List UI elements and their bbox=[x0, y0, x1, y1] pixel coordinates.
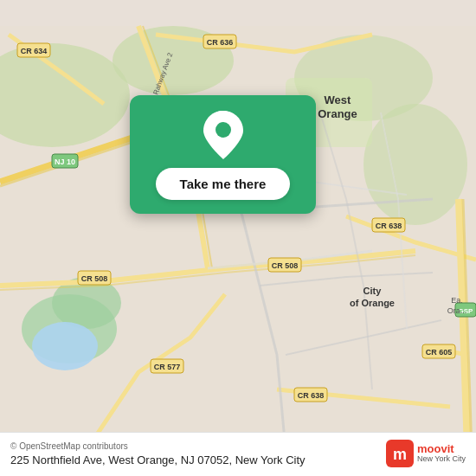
svg-text:NJ 10: NJ 10 bbox=[55, 158, 75, 166]
svg-text:City: City bbox=[363, 286, 383, 296]
osm-credit-text: © OpenStreetMap contributors bbox=[10, 441, 128, 451]
svg-text:of Orange: of Orange bbox=[350, 298, 395, 308]
svg-point-8 bbox=[32, 322, 98, 370]
svg-text:West: West bbox=[325, 93, 351, 106]
moovit-logo-icon: m bbox=[386, 440, 414, 467]
bottom-left: © OpenStreetMap contributors 225 Northfi… bbox=[10, 441, 306, 466]
svg-text:Ora...: Ora... bbox=[447, 306, 467, 315]
svg-text:CR 508: CR 508 bbox=[81, 274, 108, 283]
svg-text:CR 638: CR 638 bbox=[298, 391, 325, 400]
svg-text:CR 508: CR 508 bbox=[272, 261, 299, 270]
location-pin-icon bbox=[203, 111, 243, 159]
app-container: CR 634 CR 636 NJ 10 Rahway Ave 2 CR 508 … bbox=[0, 0, 476, 476]
address-text: 225 Northfield Ave, West Orange, NJ 0705… bbox=[10, 453, 306, 466]
moovit-name: moovit bbox=[417, 443, 466, 455]
svg-point-37 bbox=[215, 122, 231, 138]
moovit-label: moovit New York City bbox=[417, 443, 466, 464]
svg-text:Orange: Orange bbox=[318, 107, 357, 120]
svg-text:CR 577: CR 577 bbox=[154, 363, 181, 371]
moovit-sub-label: New York City bbox=[417, 455, 466, 464]
map-container: CR 634 CR 636 NJ 10 Rahway Ave 2 CR 508 … bbox=[0, 0, 476, 476]
svg-text:m: m bbox=[393, 446, 407, 463]
bottom-bar: © OpenStreetMap contributors 225 Northfi… bbox=[0, 432, 476, 476]
take-me-there-button[interactable]: Take me there bbox=[156, 168, 291, 200]
svg-text:CR 605: CR 605 bbox=[426, 348, 453, 357]
action-card: Take me there bbox=[130, 95, 316, 214]
svg-text:CR 638: CR 638 bbox=[376, 222, 402, 230]
svg-text:Ea.: Ea. bbox=[451, 296, 463, 305]
svg-text:CR 634: CR 634 bbox=[21, 47, 48, 55]
svg-point-4 bbox=[363, 104, 467, 225]
moovit-logo[interactable]: m moovit New York City bbox=[386, 440, 466, 467]
svg-text:CR 636: CR 636 bbox=[207, 38, 234, 47]
osm-credit: © OpenStreetMap contributors bbox=[10, 441, 306, 451]
